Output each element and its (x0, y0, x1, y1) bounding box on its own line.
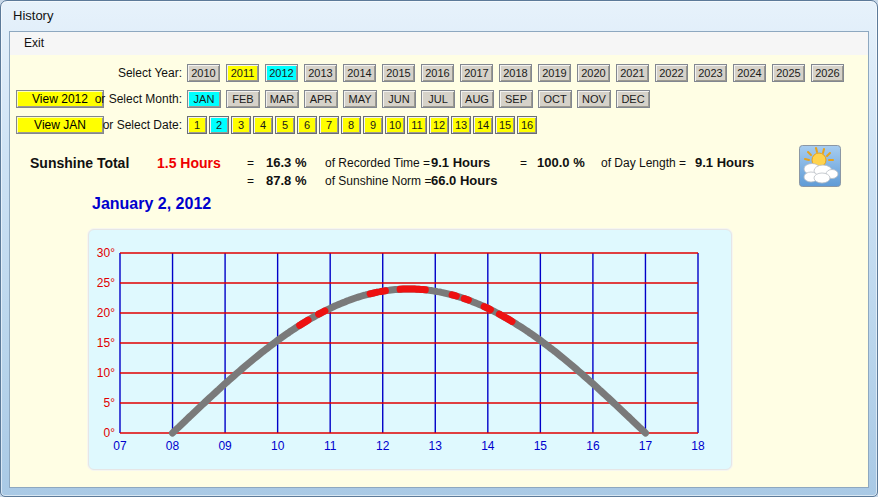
date-button-7[interactable]: 7 (319, 116, 339, 134)
year-button-2012[interactable]: 2012 (265, 64, 298, 82)
svg-text:0°: 0° (104, 426, 116, 440)
summary-title: Sunshine Total (30, 155, 129, 171)
app-window: History Exit Select Year: 20102011201220… (0, 0, 878, 497)
svg-text:12: 12 (376, 439, 390, 453)
date-button-1[interactable]: 1 (187, 116, 207, 134)
sun-elevation-chart: 0708091011121314151617180°5°10°15°20°25°… (89, 230, 729, 467)
chart-date-title: January 2, 2012 (92, 195, 211, 213)
year-button-2013[interactable]: 2013 (304, 64, 337, 82)
year-button-2020[interactable]: 2020 (577, 64, 610, 82)
menu-bar: Exit (10, 32, 868, 56)
equals-sign: = (247, 156, 254, 170)
date-button-6[interactable]: 6 (297, 116, 317, 134)
svg-text:30°: 30° (97, 246, 115, 260)
month-button-jul[interactable]: JUL (421, 90, 455, 108)
year-button-2022[interactable]: 2022 (655, 64, 688, 82)
svg-text:20°: 20° (97, 306, 115, 320)
date-button-8[interactable]: 8 (341, 116, 361, 134)
month-button-dec[interactable]: DEC (616, 90, 650, 108)
year-button-2026[interactable]: 2026 (811, 64, 844, 82)
date-button-12[interactable]: 12 (429, 116, 449, 134)
sunshine-total-value: 1.5 Hours (157, 155, 221, 171)
month-button-jan[interactable]: JAN (187, 90, 221, 108)
equals-sign: = (247, 174, 254, 188)
svg-text:11: 11 (324, 439, 337, 453)
sun-behind-clouds-icon (799, 145, 841, 187)
year-button-2014[interactable]: 2014 (343, 64, 376, 82)
year-button-2015[interactable]: 2015 (382, 64, 415, 82)
date-button-5[interactable]: 5 (275, 116, 295, 134)
month-button-oct[interactable]: OCT (538, 90, 572, 108)
svg-text:18: 18 (691, 439, 705, 453)
svg-text:13: 13 (429, 439, 443, 453)
svg-text:15°: 15° (97, 336, 115, 350)
sunshine-norm-label: of Sunshine Norm = (325, 174, 431, 188)
date-button-14[interactable]: 14 (473, 116, 493, 134)
year-button-2018[interactable]: 2018 (499, 64, 532, 82)
chart-panel: 0708091011121314151617180°5°10°15°20°25°… (88, 229, 732, 470)
form-content: Select Year: 201020112012201320142015201… (10, 55, 868, 487)
month-button-nov[interactable]: NOV (577, 90, 611, 108)
menu-item-exit[interactable]: Exit (15, 32, 53, 54)
date-button-11[interactable]: 11 (407, 116, 427, 134)
recorded-time-label: of Recorded Time = (325, 156, 430, 170)
day-length-label: of Day Length = (601, 156, 686, 170)
svg-text:25°: 25° (97, 276, 115, 290)
date-button-13[interactable]: 13 (451, 116, 471, 134)
svg-text:17: 17 (639, 439, 653, 453)
date-buttons: 12345678910111213141516 (187, 116, 537, 134)
month-buttons: JANFEBMARAPRMAYJUNJULAUGSEPOCTNOVDEC (187, 90, 650, 108)
year-button-2019[interactable]: 2019 (538, 64, 571, 82)
year-buttons: 2010201120122013201420152016201720182019… (187, 64, 844, 82)
daylength-percent: 100.0 % (537, 155, 585, 170)
date-button-9[interactable]: 9 (363, 116, 383, 134)
month-button-sep[interactable]: SEP (499, 90, 533, 108)
window-client-area: Exit Select Year: 2010201120122013201420… (9, 31, 869, 488)
equals-sign: = (520, 156, 527, 170)
date-button-16[interactable]: 16 (517, 116, 537, 134)
svg-text:5°: 5° (104, 396, 116, 410)
month-button-feb[interactable]: FEB (226, 90, 260, 108)
date-button-4[interactable]: 4 (253, 116, 273, 134)
recorded-time-value: 9.1 Hours (431, 155, 490, 170)
svg-text:10: 10 (271, 439, 285, 453)
month-button-mar[interactable]: MAR (265, 90, 299, 108)
window-title: History (13, 8, 53, 23)
date-button-2[interactable]: 2 (209, 116, 229, 134)
year-button-2017[interactable]: 2017 (460, 64, 493, 82)
month-button-may[interactable]: MAY (343, 90, 377, 108)
norm-percent: 87.8 % (266, 173, 306, 188)
recorded-percent: 16.3 % (266, 155, 306, 170)
day-length-value: 9.1 Hours (695, 155, 754, 170)
year-button-2016[interactable]: 2016 (421, 64, 454, 82)
title-bar: History (1, 1, 877, 31)
year-button-2025[interactable]: 2025 (772, 64, 805, 82)
svg-text:14: 14 (481, 439, 495, 453)
svg-text:08: 08 (166, 439, 180, 453)
date-button-15[interactable]: 15 (495, 116, 515, 134)
select-month-label: or Select Month: (12, 90, 182, 108)
year-button-2010[interactable]: 2010 (187, 64, 220, 82)
svg-text:10°: 10° (97, 366, 115, 380)
month-button-apr[interactable]: APR (304, 90, 338, 108)
year-button-2023[interactable]: 2023 (694, 64, 727, 82)
month-button-jun[interactable]: JUN (382, 90, 416, 108)
month-button-aug[interactable]: AUG (460, 90, 494, 108)
select-date-label: or Select Date: (12, 116, 182, 134)
svg-text:16: 16 (586, 439, 600, 453)
svg-text:15: 15 (534, 439, 548, 453)
svg-text:07: 07 (113, 439, 127, 453)
year-button-2021[interactable]: 2021 (616, 64, 649, 82)
year-button-2024[interactable]: 2024 (733, 64, 766, 82)
sunshine-norm-value: 66.0 Hours (431, 173, 497, 188)
year-button-2011[interactable]: 2011 (226, 64, 259, 82)
svg-text:09: 09 (218, 439, 232, 453)
select-year-label: Select Year: (12, 64, 182, 82)
date-button-10[interactable]: 10 (385, 116, 405, 134)
date-button-3[interactable]: 3 (231, 116, 251, 134)
